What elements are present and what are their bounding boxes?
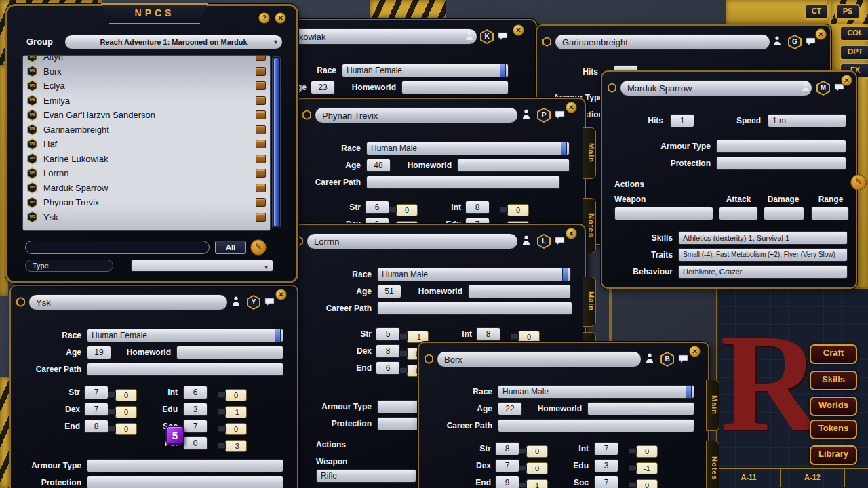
- speed-field[interactable]: 1 m: [768, 114, 846, 127]
- close-button[interactable]: [275, 289, 287, 300]
- sheet-title[interactable]: Ysk: [28, 294, 228, 310]
- tab-main[interactable]: Main: [583, 127, 596, 179]
- type-dropdown[interactable]: [131, 260, 273, 272]
- filter-all-button[interactable]: All: [215, 241, 246, 254]
- sidebar-button-skills[interactable]: Skills: [810, 371, 857, 390]
- sheet-title[interactable]: Borx: [437, 351, 642, 367]
- options-tab[interactable]: OPT: [840, 45, 868, 60]
- scrollbar-thumb[interactable]: [273, 58, 279, 227]
- skills-field[interactable]: Athletics (dexterity) 1, Survival 1: [678, 231, 848, 245]
- npc-list-item[interactable]: TASYsk: [24, 210, 269, 225]
- tab-main[interactable]: Main: [583, 277, 596, 327]
- weapon-field[interactable]: Rifle: [316, 469, 416, 483]
- race-field[interactable]: Human Female: [342, 64, 509, 77]
- npc-list-item[interactable]: TASEmilya: [24, 94, 269, 108]
- chat-bubble-icon[interactable]: [264, 297, 275, 309]
- chat-bubble-icon[interactable]: [678, 354, 688, 366]
- person-icon[interactable]: [522, 109, 530, 122]
- soc-field[interactable]: 7: [594, 476, 618, 488]
- search-input[interactable]: [25, 241, 210, 254]
- str-mod-field[interactable]: 0: [115, 389, 137, 401]
- int-mod-field[interactable]: 0: [225, 389, 247, 401]
- npc-list-item[interactable]: TASGarinaembreight: [24, 123, 269, 138]
- int-field[interactable]: 6: [183, 386, 208, 399]
- end-field[interactable]: 6: [376, 361, 400, 375]
- dex-field[interactable]: 7: [495, 459, 519, 472]
- record-link-icon[interactable]: [256, 140, 266, 148]
- letter-badge[interactable]: P: [537, 108, 551, 123]
- letter-badge[interactable]: L: [537, 234, 551, 249]
- sheet-title[interactable]: Lorrnn: [307, 233, 518, 249]
- race-field[interactable]: Human Female: [87, 329, 283, 342]
- career-path-field[interactable]: [377, 302, 572, 315]
- race-field[interactable]: Human Male: [366, 142, 570, 155]
- int-mod-field[interactable]: 0: [507, 204, 529, 216]
- edit-list-button[interactable]: [250, 239, 267, 256]
- int-field[interactable]: 7: [594, 442, 618, 455]
- close-button[interactable]: [815, 28, 827, 40]
- dex-mod-field[interactable]: 0: [526, 462, 548, 474]
- colors-tab[interactable]: COL: [840, 26, 868, 41]
- ps-button[interactable]: PS: [835, 4, 860, 20]
- edu-field[interactable]: 3: [594, 459, 618, 472]
- drag-token[interactable]: 5: [165, 426, 184, 445]
- npc-list-item[interactable]: TASBorx: [24, 64, 269, 79]
- sheet-title[interactable]: Phynan Trevix: [315, 107, 518, 123]
- close-button[interactable]: [566, 102, 577, 113]
- letter-badge[interactable]: G: [788, 35, 802, 49]
- dex-field[interactable]: 8: [376, 344, 400, 358]
- npc-list-item[interactable]: TASPhynan Trevix: [24, 195, 269, 210]
- age-field[interactable]: 19: [87, 346, 111, 359]
- edit-button[interactable]: [850, 174, 867, 190]
- tab-notes[interactable]: Notes: [706, 441, 719, 488]
- sidebar-button-craft[interactable]: Craft: [810, 344, 857, 364]
- close-button[interactable]: [841, 75, 852, 86]
- end-field[interactable]: 8: [84, 420, 108, 433]
- weapon-field[interactable]: [614, 207, 713, 220]
- behaviour-field[interactable]: Herbivore, Grazer: [678, 265, 848, 279]
- int-field[interactable]: 8: [476, 327, 500, 341]
- close-button[interactable]: [689, 346, 701, 357]
- edu-field[interactable]: 3: [183, 403, 208, 416]
- str-field[interactable]: 6: [365, 201, 389, 214]
- close-button[interactable]: [566, 228, 577, 239]
- dex-field[interactable]: 7: [84, 403, 108, 416]
- str-field[interactable]: 7: [84, 386, 108, 399]
- career-path-field[interactable]: [366, 176, 560, 189]
- range-field[interactable]: [811, 207, 849, 220]
- record-link-icon[interactable]: [256, 213, 266, 222]
- chat-bubble-icon[interactable]: [555, 236, 565, 248]
- group-dropdown[interactable]: Reach Adventure 1: Marooned on Marduk: [64, 35, 283, 49]
- career-path-field[interactable]: [498, 419, 694, 432]
- end-mod-field[interactable]: 0: [115, 423, 137, 435]
- homeworld-field[interactable]: [468, 285, 571, 298]
- person-icon[interactable]: [465, 30, 473, 43]
- sidebar-button-tokens[interactable]: Tokens: [810, 420, 857, 439]
- psi-field[interactable]: 0: [183, 436, 208, 450]
- age-field[interactable]: 22: [498, 402, 522, 415]
- person-icon[interactable]: [802, 82, 810, 95]
- homeworld-field[interactable]: [176, 346, 283, 359]
- sheet-title[interactable]: Garinaembreight: [555, 34, 770, 50]
- dex-mod-field[interactable]: 0: [115, 406, 137, 418]
- record-link-icon[interactable]: [256, 169, 266, 178]
- chat-bubble-icon[interactable]: [555, 110, 565, 122]
- attack-field[interactable]: [719, 207, 758, 220]
- person-icon[interactable]: [522, 235, 530, 248]
- edu-mod-field[interactable]: -1: [225, 406, 247, 418]
- close-button[interactable]: [275, 12, 286, 24]
- hits-field[interactable]: 1: [670, 114, 694, 127]
- homeworld-field[interactable]: [457, 159, 570, 172]
- npc-list-item[interactable]: TASHaf: [24, 137, 269, 152]
- traits-field[interactable]: Small (-4), Fast Metabolism (+2), Flyer …: [678, 248, 848, 262]
- npc-list-item[interactable]: TASKarine Lukowiak: [24, 152, 269, 167]
- ct-button[interactable]: CT: [804, 4, 829, 20]
- soc-mod-field[interactable]: 0: [636, 479, 658, 488]
- record-link-icon[interactable]: [256, 155, 266, 163]
- letter-badge[interactable]: Y: [247, 295, 260, 310]
- str-field[interactable]: 8: [495, 442, 519, 455]
- int-field[interactable]: 8: [465, 201, 490, 214]
- sidebar-button-library[interactable]: Library: [810, 445, 857, 465]
- armour-type-field[interactable]: [87, 459, 283, 472]
- protection-field[interactable]: [716, 157, 846, 170]
